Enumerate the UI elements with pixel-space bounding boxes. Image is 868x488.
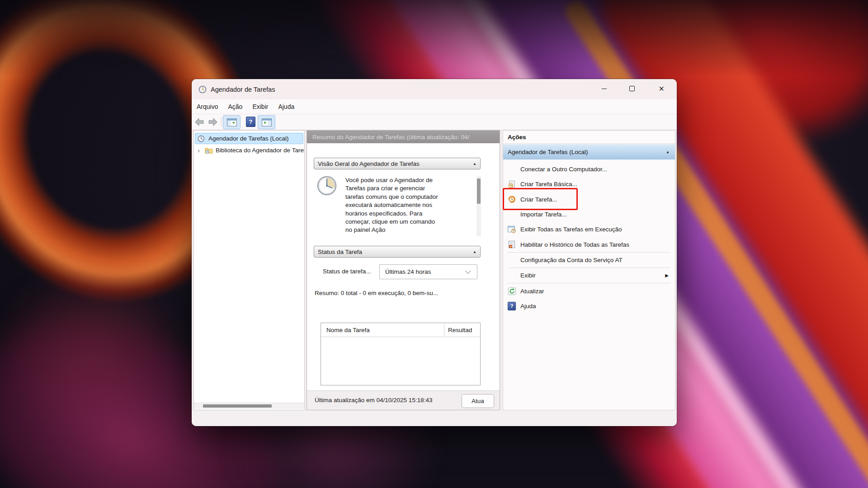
task-status-section-title: Status da Tarefa [318, 249, 473, 255]
criar-tarefa-highlight-annotation [503, 188, 578, 210]
action-label: Criar Tarefa Básica... [520, 181, 675, 188]
menu-exibir[interactable]: Exibir [247, 103, 273, 110]
task-status-period-dropdown[interactable]: Últimas 24 horas [379, 264, 477, 279]
tree-item-biblioteca[interactable]: › Biblioteca do Agendador de Tarefas [194, 145, 305, 156]
overview-line: executará automaticamente nos [345, 201, 474, 209]
column-resultado[interactable]: Resultad [444, 327, 472, 333]
window-bottom-strip [192, 410, 677, 426]
menu-arquivo[interactable]: Arquivo [192, 103, 223, 110]
actions-panel-title: Ações [503, 131, 675, 144]
show-hide-action-pane-button[interactable] [258, 115, 275, 129]
overview-line: tarefas comuns que o computador [345, 193, 474, 201]
overview-line: no painel Ação [345, 226, 474, 234]
summary-panel: Resumo do Agendador de Tarefas (última a… [307, 130, 500, 410]
task-status-summary-line: Resumo: 0 total - 0 em execução, 0 bem-s… [315, 290, 438, 296]
action-label: Exibir [520, 272, 665, 279]
menu-acao[interactable]: Ação [223, 103, 247, 110]
running-tasks-icon [507, 226, 517, 233]
overview-line: começar, clique em um comando [345, 218, 474, 226]
task-table-header: Nome da Tarefa Resultad [321, 323, 480, 337]
overview-line: Tarefas para criar e gerenciar [345, 184, 474, 192]
action-item-atualizar[interactable]: Atualizar [503, 283, 675, 298]
overview-description: Você pode usar o Agendador de Tarefas pa… [345, 176, 474, 235]
overview-line: Você pode usar o Agendador de [345, 176, 474, 184]
action-item-conectar-outro-computador[interactable]: Conectar a Outro Computador... [503, 162, 675, 177]
scheduler-overview-clock-icon [317, 176, 337, 196]
help-icon: ? [246, 117, 255, 127]
task-status-filter-label: Status de tarefa... [323, 268, 371, 275]
tree-item-label: Biblioteca do Agendador de Tarefas [216, 147, 305, 154]
question-mark-glyph: ? [249, 118, 253, 125]
action-label: Habilitar o Histórico de Todas as Tarefa… [520, 241, 675, 248]
console-tree-panel: Agendador de Tarefas (Local) › Bibliotec… [193, 130, 305, 410]
menu-ajuda[interactable]: Ajuda [273, 103, 299, 110]
toolbar-separator [221, 117, 222, 127]
minimize-icon [602, 89, 607, 89]
collapse-arrow-icon[interactable]: ▲ [473, 250, 476, 254]
scrollbar-thumb[interactable] [203, 404, 272, 408]
help-icon: ? [507, 302, 517, 310]
close-icon: × [659, 84, 664, 93]
task-table: Nome da Tarefa Resultad [321, 323, 481, 385]
maximize-icon [629, 86, 635, 91]
console-tree-icon [227, 118, 237, 127]
show-hide-console-tree-button[interactable] [223, 115, 241, 129]
actions-list: Conectar a Outro Computador... Criar Tar… [503, 162, 675, 314]
actions-group-header[interactable]: Agendador de Tarefas (Local) ▲ [503, 145, 675, 160]
help-toolbar-button[interactable]: ? [245, 115, 257, 128]
maximize-button[interactable] [622, 80, 642, 97]
question-mark-glyph: ? [510, 303, 514, 309]
close-button[interactable]: × [651, 80, 671, 97]
back-button[interactable] [193, 115, 206, 128]
chevron-down-icon [465, 268, 471, 274]
overview-content: Você pode usar o Agendador de Tarefas pa… [314, 174, 481, 237]
action-item-exibir-tarefas-em-execucao[interactable]: Exibir Todas as Tarefas em Execução [503, 222, 675, 237]
window-title: Agendador de Tarefas [211, 86, 275, 93]
refresh-button[interactable]: Atua [462, 394, 494, 408]
dropdown-selected-value: Últimas 24 horas [385, 268, 466, 275]
actions-panel: Ações Agendador de Tarefas (Local) ▲ Con… [503, 130, 675, 410]
overview-line: horários especificados. Para [345, 210, 474, 218]
action-label: Importar Tarefa... [520, 211, 675, 218]
scrollbar-thumb[interactable] [477, 178, 481, 204]
task-scheduler-app-icon [198, 85, 207, 94]
submenu-arrow-icon: ▶ [665, 273, 669, 278]
action-label: Atualizar [520, 288, 675, 295]
collapse-arrow-icon[interactable]: ▲ [666, 150, 670, 154]
titlebar[interactable]: Agendador de Tarefas × [192, 79, 677, 99]
action-pane-icon [262, 118, 272, 127]
overview-vertical-scrollbar[interactable] [476, 176, 481, 236]
tree-item-label: Agendador de Tarefas (Local) [208, 135, 289, 142]
forward-button[interactable] [206, 115, 219, 128]
overview-section-title: Visão Geral do Agendador de Tarefas [318, 160, 473, 167]
action-label: Configuração da Conta do Serviço AT [520, 257, 675, 263]
summary-footer: Última atualização em 04/10/2025 15:18:4… [307, 390, 500, 410]
wallpaper-top-shade [0, 0, 868, 77]
tree-item-agendador-local[interactable]: Agendador de Tarefas (Local) [195, 133, 303, 144]
summary-panel-header: Resumo do Agendador de Tarefas (última a… [307, 131, 500, 143]
action-item-ajuda[interactable]: ? Ajuda [503, 299, 675, 314]
task-status-section-header[interactable]: Status da Tarefa ▲ [314, 246, 481, 258]
column-nome-da-tarefa[interactable]: Nome da Tarefa [321, 323, 444, 337]
tree-horizontal-scrollbar[interactable] [194, 403, 304, 409]
toolbar: ? [192, 114, 677, 130]
collapse-arrow-icon[interactable]: ▲ [473, 162, 476, 166]
action-label: Exibir Todas as Tarefas em Execução [520, 226, 675, 233]
action-item-configuracao-conta-servico-at[interactable]: Configuração da Conta do Serviço AT [503, 253, 675, 267]
task-history-icon [507, 240, 517, 249]
overview-section-header[interactable]: Visão Geral do Agendador de Tarefas ▲ [314, 158, 481, 169]
task-library-folder-icon [205, 147, 213, 154]
minimize-button[interactable] [594, 80, 614, 97]
refresh-icon [507, 287, 517, 295]
action-item-habilitar-historico[interactable]: Habilitar o Histórico de Todas as Tarefa… [503, 237, 675, 252]
create-basic-task-icon [507, 180, 517, 188]
tree-expander-icon[interactable]: › [198, 147, 204, 154]
action-label: Ajuda [520, 303, 675, 310]
action-item-exibir[interactable]: Exibir ▶ [503, 268, 675, 283]
forward-arrow-icon [208, 117, 218, 127]
last-update-text: Última atualização em 04/10/2025 15:18:4… [315, 397, 432, 404]
action-label: Conectar a Outro Computador... [520, 166, 675, 173]
back-arrow-icon [194, 117, 204, 127]
task-scheduler-window: Agendador de Tarefas × Arquivo Ação Exib… [192, 79, 677, 426]
actions-group-label: Agendador de Tarefas (Local) [508, 149, 666, 155]
